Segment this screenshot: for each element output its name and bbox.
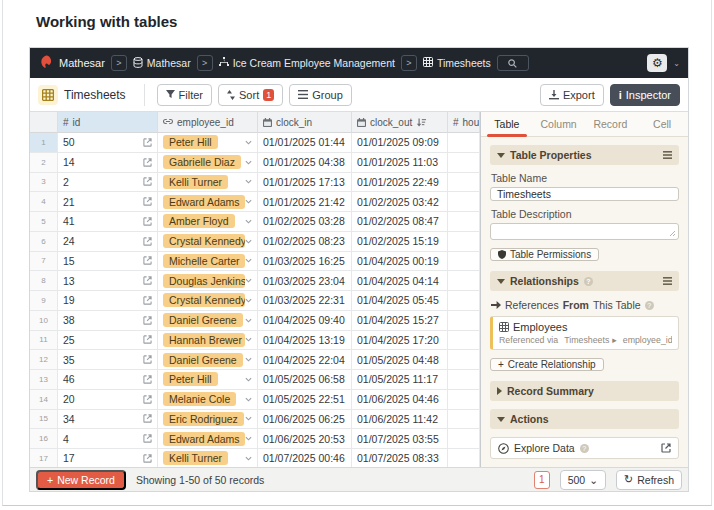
- hours-cell[interactable]: [448, 449, 480, 467]
- clock-in-cell[interactable]: 01/04/2025 22:04: [258, 350, 352, 370]
- chevron-down-icon[interactable]: [245, 278, 252, 283]
- export-button[interactable]: Export: [540, 84, 604, 106]
- hours-cell[interactable]: [448, 331, 480, 351]
- column-header-id[interactable]: # id: [58, 112, 158, 133]
- settings-caret-icon[interactable]: ⌄: [673, 59, 680, 68]
- clock-in-cell[interactable]: 01/04/2025 13:19: [258, 331, 352, 351]
- clock-in-cell[interactable]: 01/03/2025 16:25: [258, 252, 352, 272]
- employee-cell[interactable]: Peter Hill: [158, 370, 258, 390]
- record-summary-header[interactable]: Record Summary: [490, 381, 679, 401]
- row-number-cell[interactable]: 2: [30, 153, 58, 173]
- id-cell[interactable]: 41: [58, 212, 158, 232]
- hours-cell[interactable]: [448, 390, 480, 410]
- table-properties-header[interactable]: Table Properties: [490, 145, 679, 165]
- hours-cell[interactable]: [448, 173, 480, 193]
- clock-in-cell[interactable]: 01/01/2025 17:13: [258, 173, 352, 193]
- clock-out-cell[interactable]: 01/07/2025 03:55: [352, 429, 448, 449]
- id-cell[interactable]: 17: [58, 449, 158, 467]
- clock-out-cell[interactable]: 01/04/2025 17:20: [352, 331, 448, 351]
- tab-record[interactable]: Record: [585, 112, 637, 136]
- id-cell[interactable]: 24: [58, 232, 158, 252]
- hours-cell[interactable]: [448, 252, 480, 272]
- hours-cell[interactable]: [448, 212, 480, 232]
- explore-data-button[interactable]: Explore Data ?: [490, 437, 679, 459]
- tab-table[interactable]: Table: [481, 112, 533, 136]
- chevron-down-icon[interactable]: [245, 416, 252, 421]
- table-description-input[interactable]: [490, 223, 679, 240]
- open-record-icon[interactable]: [143, 395, 152, 404]
- clock-out-cell[interactable]: 01/04/2025 04:14: [352, 271, 448, 291]
- tab-cell[interactable]: Cell: [636, 112, 688, 136]
- hours-cell[interactable]: [448, 410, 480, 430]
- chevron-down-icon[interactable]: [245, 179, 252, 184]
- employee-cell[interactable]: Crystal Kennedy: [158, 232, 258, 252]
- open-record-icon[interactable]: [143, 355, 152, 364]
- help-icon[interactable]: ?: [580, 444, 589, 453]
- clock-in-cell[interactable]: 01/05/2025 06:58: [258, 370, 352, 390]
- employee-cell[interactable]: Kelli Turner: [158, 173, 258, 193]
- inspector-button[interactable]: i Inspector: [610, 84, 680, 106]
- clock-out-cell[interactable]: 01/02/2025 03:42: [352, 192, 448, 212]
- open-record-icon[interactable]: [143, 454, 152, 463]
- id-cell[interactable]: 50: [58, 133, 158, 153]
- chevron-down-icon[interactable]: [245, 160, 252, 165]
- new-record-button[interactable]: + New Record: [36, 470, 126, 490]
- open-record-icon[interactable]: [143, 375, 152, 384]
- tab-column[interactable]: Column: [533, 112, 585, 136]
- clock-out-cell[interactable]: 01/01/2025 09:09: [352, 133, 448, 153]
- help-icon[interactable]: ?: [645, 301, 654, 310]
- chevron-down-icon[interactable]: [245, 298, 252, 303]
- employee-cell[interactable]: Daniel Greene: [158, 350, 258, 370]
- row-number-cell[interactable]: 17: [30, 449, 58, 467]
- hours-cell[interactable]: [448, 192, 480, 212]
- clock-out-cell[interactable]: 01/01/2025 11:03: [352, 153, 448, 173]
- row-number-cell[interactable]: 4: [30, 192, 58, 212]
- clock-out-cell[interactable]: 01/05/2025 11:17: [352, 370, 448, 390]
- table-name-input[interactable]: Timesheets: [490, 187, 679, 201]
- id-cell[interactable]: 21: [58, 192, 158, 212]
- open-record-icon[interactable]: [143, 434, 152, 443]
- clock-in-cell[interactable]: 01/02/2025 03:28: [258, 212, 352, 232]
- clock-in-cell[interactable]: 01/01/2025 21:42: [258, 192, 352, 212]
- actions-header[interactable]: Actions: [490, 409, 679, 429]
- clock-in-cell[interactable]: 01/04/2025 09:40: [258, 311, 352, 331]
- clock-in-cell[interactable]: 01/03/2025 22:31: [258, 291, 352, 311]
- row-number-cell[interactable]: 3: [30, 173, 58, 193]
- clock-out-cell[interactable]: 01/06/2025 11:42: [352, 410, 448, 430]
- chevron-down-icon[interactable]: [245, 397, 252, 402]
- relationship-card-employees[interactable]: Employees Referenced via Timesheets ▸ em…: [490, 316, 679, 350]
- id-cell[interactable]: 20: [58, 390, 158, 410]
- table-permissions-button[interactable]: Table Permissions: [490, 248, 599, 261]
- clock-out-cell[interactable]: 01/07/2025 08:33: [352, 449, 448, 467]
- filter-button[interactable]: Filter: [157, 84, 212, 106]
- clock-in-cell[interactable]: 01/06/2025 06:25: [258, 410, 352, 430]
- relationships-header[interactable]: Relationships ?: [490, 271, 679, 291]
- settings-button[interactable]: ⚙: [647, 54, 667, 72]
- breadcrumb-schema[interactable]: Ice Cream Employee Management: [219, 57, 395, 69]
- brand[interactable]: Mathesar: [38, 54, 105, 72]
- chevron-down-icon[interactable]: [245, 239, 252, 244]
- row-number-cell[interactable]: 8: [30, 271, 58, 291]
- clock-out-cell[interactable]: 01/02/2025 15:19: [352, 232, 448, 252]
- chevron-down-icon[interactable]: [245, 140, 252, 145]
- clock-in-cell[interactable]: 01/01/2025 04:38: [258, 153, 352, 173]
- chevron-down-icon[interactable]: [245, 377, 252, 382]
- row-number-cell[interactable]: 16: [30, 429, 58, 449]
- id-cell[interactable]: 2: [58, 173, 158, 193]
- help-icon[interactable]: ?: [584, 277, 593, 286]
- open-record-icon[interactable]: [143, 335, 152, 344]
- column-header-clock-out[interactable]: clock_out: [352, 112, 448, 133]
- hours-cell[interactable]: [448, 429, 480, 449]
- row-number-cell[interactable]: 5: [30, 212, 58, 232]
- clock-in-cell[interactable]: 01/07/2025 00:46: [258, 449, 352, 467]
- open-record-icon[interactable]: [143, 276, 152, 285]
- clock-in-cell[interactable]: 01/01/2025 01:44: [258, 133, 352, 153]
- clock-out-cell[interactable]: 01/02/2025 08:47: [352, 212, 448, 232]
- employee-cell[interactable]: Douglas Jenkins: [158, 271, 258, 291]
- page-size-select[interactable]: 500 ⌄: [560, 470, 606, 490]
- row-number-cell[interactable]: 7: [30, 252, 58, 272]
- clock-in-cell[interactable]: 01/02/2025 08:23: [258, 232, 352, 252]
- row-number-cell[interactable]: 11: [30, 331, 58, 351]
- employee-cell[interactable]: Kelli Turner: [158, 449, 258, 467]
- employee-cell[interactable]: Michelle Carter: [158, 252, 258, 272]
